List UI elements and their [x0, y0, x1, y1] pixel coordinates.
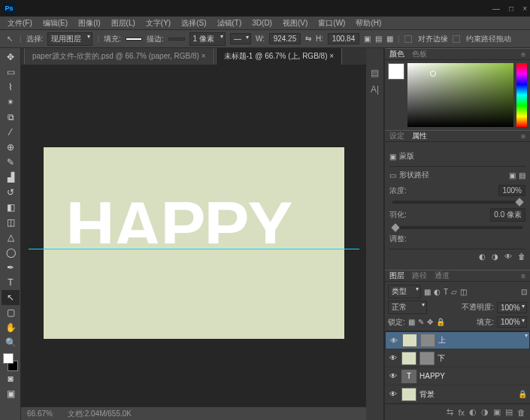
feather-value[interactable]: 0.0 像素 [490, 208, 525, 222]
eyedropper-tool[interactable]: ⁄ [2, 125, 20, 140]
dodge-tool[interactable]: ◯ [2, 245, 20, 260]
menu-window[interactable]: 窗口(W) [313, 17, 350, 30]
tab-untitled[interactable]: 未标题-1 @ 66.7% (上, RGB/8) × [216, 48, 343, 65]
view-mask-icon[interactable]: 👁 [504, 252, 512, 261]
tab-color[interactable]: 颜色 [389, 49, 404, 59]
rectangle-tool[interactable]: ▢ [2, 305, 20, 320]
adjustment-icon[interactable]: ◑ [481, 407, 489, 417]
menu-file[interactable]: 文件(F) [3, 17, 37, 30]
char-panel-icon[interactable]: A| [371, 84, 379, 95]
constrain-checkbox[interactable] [453, 35, 460, 43]
pen-tool[interactable]: ✒ [2, 260, 20, 275]
panel-menu-icon[interactable]: ≡ [521, 50, 525, 59]
layer-thumb[interactable] [401, 352, 416, 365]
menu-type[interactable]: 文字(Y) [141, 17, 175, 30]
lock-pixels-icon[interactable]: ✎ [418, 318, 424, 326]
layer-row[interactable]: 👁 下 [385, 349, 530, 367]
color-swatches[interactable] [2, 353, 20, 371]
delete-layer-icon[interactable]: 🗑 [517, 408, 525, 417]
blend-mode[interactable]: 正常 [388, 301, 427, 314]
fill-swatch[interactable] [126, 38, 142, 41]
path-ops-icon[interactable]: ▦ [386, 35, 393, 43]
menu-select[interactable]: 选择(S) [177, 17, 210, 30]
hue-slider[interactable] [516, 63, 527, 127]
visibility-icon[interactable]: 👁 [388, 390, 398, 398]
tab-swatches[interactable]: 色板 [412, 49, 427, 59]
gradient-tool[interactable]: ◫ [2, 215, 20, 230]
filter-adjust-icon[interactable]: ◐ [434, 288, 441, 296]
stroke-swatch[interactable] [168, 38, 185, 41]
menu-image[interactable]: 图像(I) [74, 17, 104, 30]
visibility-icon[interactable]: 👁 [389, 337, 399, 345]
tab-paper[interactable]: paper源文件-欣赏的.psd @ 66.7% (paper, RGB/8) … [24, 48, 214, 65]
mask-toggle2-icon[interactable]: ▤ [519, 171, 525, 180]
new-layer-icon[interactable]: ▤ [505, 407, 513, 417]
mask-thumb[interactable] [420, 334, 435, 347]
lock-all-icon[interactable]: 🔒 [436, 318, 445, 326]
doc-size[interactable]: 文档:2.04M/655.0K [68, 409, 132, 419]
color-field[interactable] [407, 63, 513, 127]
tab-channels[interactable]: 通道 [435, 270, 450, 281]
magic-wand-tool[interactable]: ✴ [2, 95, 20, 110]
menu-view[interactable]: 视图(V) [278, 17, 312, 30]
eraser-tool[interactable]: ◧ [2, 200, 20, 215]
layer-name[interactable]: 上 [438, 335, 446, 346]
brush-tool[interactable]: ✎ [2, 155, 20, 170]
type-tool[interactable]: T [2, 275, 20, 290]
mask-icon[interactable]: ◐ [469, 407, 477, 417]
link-layers-icon[interactable]: ⇆ [447, 407, 453, 417]
invert-mask-icon[interactable]: ◑ [492, 252, 498, 261]
guide-horizontal[interactable] [29, 249, 359, 249]
filter-kind[interactable]: 类型 [388, 285, 421, 298]
density-value[interactable]: 100% [498, 185, 525, 196]
filter-type-icon[interactable]: T [444, 288, 448, 296]
path-align-icon[interactable]: ▣ [364, 35, 371, 43]
hand-tool[interactable]: ✋ [2, 320, 20, 335]
screen-mode-tool[interactable]: ▣ [2, 386, 20, 401]
layer-row[interactable]: 👁 上 [385, 331, 530, 349]
layer-row[interactable]: 👁 背景 🔒 [385, 385, 530, 403]
marquee-tool[interactable]: ▭ [2, 65, 20, 80]
color-picker-dot[interactable] [430, 71, 436, 77]
mask-toggle-icon[interactable]: ▣ [509, 171, 516, 180]
tab-paths[interactable]: 路径 [412, 270, 427, 281]
path-arrange-icon[interactable]: ▤ [375, 35, 382, 43]
align-edges-checkbox[interactable] [404, 35, 412, 43]
filter-smart-icon[interactable]: ◫ [460, 288, 467, 296]
menu-layer[interactable]: 图层(L) [107, 17, 140, 30]
layer-thumb[interactable] [402, 334, 417, 347]
panel-menu-icon[interactable]: ≡ [521, 272, 525, 280]
layer-name[interactable]: 下 [438, 353, 445, 364]
feather-slider[interactable] [392, 226, 522, 229]
panel-menu-icon[interactable]: ≡ [521, 132, 525, 141]
zoom-tool[interactable]: 🔍 [2, 335, 20, 350]
layer-name[interactable]: 背景 [419, 389, 435, 400]
history-brush-tool[interactable]: ↺ [2, 185, 20, 200]
filter-toggle[interactable]: ⊡ [521, 288, 527, 296]
lock-pos-icon[interactable]: ✥ [427, 318, 433, 326]
stroke-style[interactable]: — [230, 33, 251, 44]
visibility-icon[interactable]: 👁 [388, 372, 398, 380]
menu-edit[interactable]: 编辑(E) [38, 17, 72, 30]
opacity-value[interactable]: 100% [497, 302, 527, 313]
healing-tool[interactable]: ⊕ [2, 140, 20, 155]
path-selection-tool[interactable]: ↖ [2, 290, 20, 305]
fg-color[interactable] [3, 353, 14, 364]
minimize-button[interactable]: — [492, 5, 500, 13]
tab-layers[interactable]: 图层 [389, 270, 404, 281]
layer-thumb[interactable]: T [401, 370, 416, 383]
lock-trans-icon[interactable]: ▦ [408, 318, 415, 326]
filter-shape-icon[interactable]: ▱ [451, 288, 457, 296]
lasso-tool[interactable]: ⌇ [2, 80, 20, 95]
history-panel-icon[interactable]: ▤ [371, 68, 379, 78]
menu-help[interactable]: 帮助(H) [351, 17, 386, 30]
delete-mask-icon[interactable]: 🗑 [518, 252, 525, 261]
select-dropdown[interactable]: 现用图层 [47, 32, 92, 46]
layer-row[interactable]: 👁 T HAPPY [385, 367, 530, 385]
artboard[interactable]: HAPPY [44, 147, 344, 339]
stroke-width[interactable]: 1 像素 [189, 32, 226, 46]
fill-value[interactable]: 100% [497, 316, 527, 328]
tab-properties[interactable]: 属性 [412, 131, 427, 141]
blur-tool[interactable]: △ [2, 230, 20, 245]
fg-swatch[interactable] [388, 63, 404, 80]
